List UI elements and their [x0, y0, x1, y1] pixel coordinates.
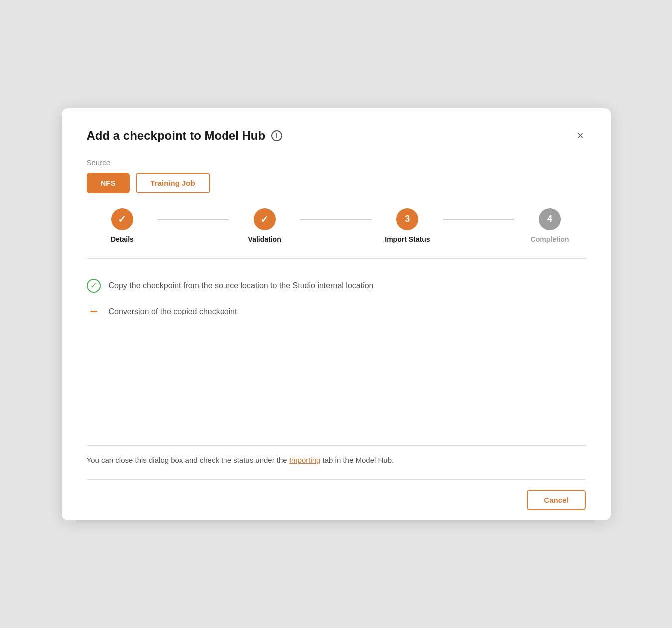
status-item-conversion: Conversion of the copied checkpoint — [87, 305, 586, 318]
complete-checkmark: ✓ — [90, 281, 97, 290]
step-import-status-label: Import Status — [385, 235, 430, 243]
step-validation-check: ✓ — [260, 213, 269, 225]
connector-2 — [300, 219, 372, 220]
step-completion-number: 4 — [547, 214, 552, 224]
connector-3 — [443, 219, 514, 220]
close-button[interactable]: × — [575, 128, 586, 143]
step-import-status: 3 Import Status — [372, 208, 443, 243]
step-import-status-number: 3 — [405, 214, 410, 224]
step-details-circle: ✓ — [111, 208, 133, 230]
spacer — [87, 345, 586, 445]
loading-icon — [87, 305, 101, 318]
step-completion-circle: 4 — [539, 208, 561, 230]
step-import-status-circle: 3 — [396, 208, 418, 230]
info-icon[interactable]: i — [271, 130, 282, 141]
source-buttons: NFS Training Job — [87, 173, 586, 193]
copy-status-text: Copy the checkpoint from the source loca… — [109, 281, 374, 290]
step-validation-circle: ✓ — [254, 208, 276, 230]
status-item-copy: ✓ Copy the checkpoint from the source lo… — [87, 279, 586, 293]
loading-dash — [90, 311, 97, 312]
stepper: ✓ Details ✓ Validation 3 Import Status 4 — [87, 208, 586, 259]
step-details: ✓ Details — [87, 208, 158, 243]
importing-link[interactable]: Importing — [289, 456, 321, 464]
dialog: Add a checkpoint to Model Hub i × Source… — [62, 108, 611, 520]
training-job-button[interactable]: Training Job — [136, 173, 210, 193]
complete-icon: ✓ — [87, 279, 101, 293]
footer-note: You can close this dialog box and check … — [87, 445, 586, 479]
footer-note-prefix: You can close this dialog box and check … — [87, 456, 289, 464]
status-list: ✓ Copy the checkpoint from the source lo… — [87, 274, 586, 345]
connector-1 — [158, 219, 229, 220]
step-details-label: Details — [111, 235, 134, 243]
footer-note-suffix: tab in the Model Hub. — [320, 456, 394, 464]
conversion-status-text: Conversion of the copied checkpoint — [109, 307, 237, 316]
step-details-check: ✓ — [118, 213, 126, 225]
nfs-button[interactable]: NFS — [87, 173, 130, 193]
step-validation-label: Validation — [248, 235, 281, 243]
source-label: Source — [87, 158, 586, 167]
step-completion-label: Completion — [531, 235, 569, 243]
step-validation: ✓ Validation — [229, 208, 300, 243]
dialog-title-text: Add a checkpoint to Model Hub — [87, 129, 266, 143]
dialog-header: Add a checkpoint to Model Hub i × — [87, 128, 586, 143]
step-completion: 4 Completion — [514, 208, 586, 243]
cancel-button[interactable]: Cancel — [527, 490, 585, 510]
dialog-title: Add a checkpoint to Model Hub i — [87, 129, 283, 143]
dialog-actions: Cancel — [87, 479, 586, 520]
source-section: Source NFS Training Job — [87, 158, 586, 193]
